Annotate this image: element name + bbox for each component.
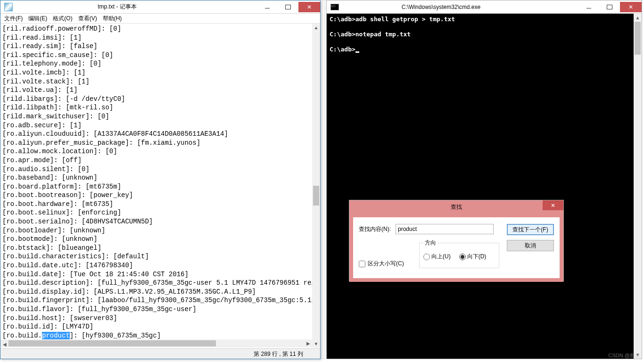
cmd-scroll-up-icon[interactable]: ▲ (634, 14, 642, 22)
match-case-text: 区分大小写(C) (368, 260, 404, 268)
notepad-titlebar[interactable]: tmp.txt - 记事本 (0, 0, 320, 14)
scroll-down-icon[interactable]: ▼ (312, 340, 320, 348)
radio-down-text: 向下(D) (467, 253, 487, 261)
cmd-title: C:\Windows\system32\cmd.exe (341, 4, 578, 10)
cmd-cursor (355, 51, 359, 53)
background-sliver (322, 0, 325, 359)
find-next-button[interactable]: 查找下一个(F) (507, 224, 554, 235)
cmd-line1: C:\adb>adb shell getprop > tmp.txt (330, 16, 455, 23)
cmd-output[interactable]: C:\adb>adb shell getprop > tmp.txt C:\ad… (327, 14, 642, 55)
radio-up-label[interactable]: 向上(U) (423, 253, 451, 261)
cmd-body[interactable]: C:\adb>adb shell getprop > tmp.txt C:\ad… (327, 14, 642, 359)
close-button[interactable] (298, 2, 320, 12)
cmd-icon (330, 4, 339, 10)
direction-fieldset: 方向 向上(U) 向下(D) (419, 239, 499, 268)
minimize-button[interactable] (257, 2, 278, 12)
menu-edit[interactable]: 编辑(E) (25, 14, 50, 23)
last-line-pre[interactable]: [ro.build. (2, 332, 42, 339)
cmd-scrollbar[interactable]: ▲ ▼ (634, 14, 642, 359)
window-button-group (257, 2, 320, 12)
radio-up-text: 向上(U) (431, 253, 451, 261)
text-lines[interactable]: [ril.radiooff.poweroffMD]: [0] [ril.read… (2, 25, 319, 330)
last-line-post[interactable]: ]: [hyf9300_6735m_35gc] (70, 332, 161, 339)
cmd-window: C:\Windows\system32\cmd.exe C:\adb>adb s… (326, 0, 642, 359)
find-close-button[interactable]: ✕ (543, 200, 563, 210)
maximize-button[interactable] (278, 2, 298, 12)
notepad-window: tmp.txt - 记事本 文件(F) 编辑(E) 格式(O) 查看(V) 帮助… (0, 0, 321, 359)
cmd-titlebar[interactable]: C:\Windows\system32\cmd.exe (327, 0, 642, 14)
menu-format[interactable]: 格式(O) (50, 14, 75, 23)
find-body: 查找内容(N): 查找下一个(F) 取消 方向 向上(U) 向下(D) 区分大小 (349, 214, 563, 282)
menu-view[interactable]: 查看(V) (75, 14, 100, 23)
cmd-scroll-thumb[interactable] (635, 22, 641, 55)
find-title: 查找 (451, 203, 462, 211)
scroll-track[interactable] (312, 32, 320, 340)
match-case-label[interactable]: 区分大小写(C) (359, 260, 404, 268)
cmd-maximize-button[interactable] (599, 2, 620, 12)
radio-down-label[interactable]: 向下(D) (459, 253, 487, 261)
notepad-menu: 文件(F) 编辑(E) 格式(O) 查看(V) 帮助(H) (0, 14, 320, 24)
find-input[interactable] (396, 224, 494, 234)
cmd-line2: C:\adb>notepad tmp.txt (330, 31, 411, 38)
cmd-line3: C:\adb> (330, 46, 355, 53)
notepad-title: tmp.txt - 记事本 (15, 3, 257, 11)
menu-file[interactable]: 文件(F) (1, 14, 25, 23)
cmd-close-button[interactable] (620, 2, 642, 12)
scrollbar-horizontal[interactable]: ◀ ▶ (0, 339, 312, 347)
match-case-checkbox[interactable] (359, 261, 365, 267)
radio-down[interactable] (459, 254, 466, 260)
notepad-textarea[interactable]: [ril.radiooff.poweroffMD]: [0] [ril.read… (0, 24, 320, 348)
scrollbar-vertical[interactable]: ▲ ▼ (312, 24, 320, 348)
find-cancel-button[interactable]: 取消 (507, 240, 554, 251)
menu-help[interactable]: 帮助(H) (100, 14, 125, 23)
scroll-up-icon[interactable]: ▲ (312, 24, 320, 32)
cmd-minimize-button[interactable] (578, 2, 599, 12)
scroll-thumb-h[interactable] (8, 340, 216, 346)
cmd-scroll-track[interactable] (634, 22, 642, 351)
find-content-label: 查找内容(N): (359, 225, 391, 233)
watermark: CSDN @彪彪 (609, 352, 640, 359)
scroll-thumb[interactable] (313, 186, 319, 206)
notepad-content[interactable]: [ril.radiooff.poweroffMD]: [0] [ril.read… (0, 24, 320, 348)
notepad-icon (4, 3, 13, 11)
cmd-window-buttons (578, 2, 642, 12)
find-dialog: 查找 ✕ 查找内容(N): 查找下一个(F) 取消 方向 向上(U) 向下(D) (349, 200, 564, 281)
notepad-statusbar: 第 289 行 , 第 11 列 (0, 348, 320, 359)
find-buttons-col: 查找下一个(F) 取消 (507, 224, 554, 251)
direction-radios: 向上(U) 向下(D) (423, 253, 495, 261)
scroll-left-icon[interactable]: ◀ (0, 340, 8, 348)
status-text: 第 289 行 , 第 11 列 (254, 351, 303, 357)
scroll-right-icon[interactable]: ▶ (304, 339, 312, 347)
selection-highlight[interactable]: product (42, 332, 70, 339)
find-titlebar[interactable]: 查找 ✕ (349, 200, 563, 214)
radio-up[interactable] (423, 254, 430, 260)
direction-legend: 方向 (423, 239, 438, 247)
